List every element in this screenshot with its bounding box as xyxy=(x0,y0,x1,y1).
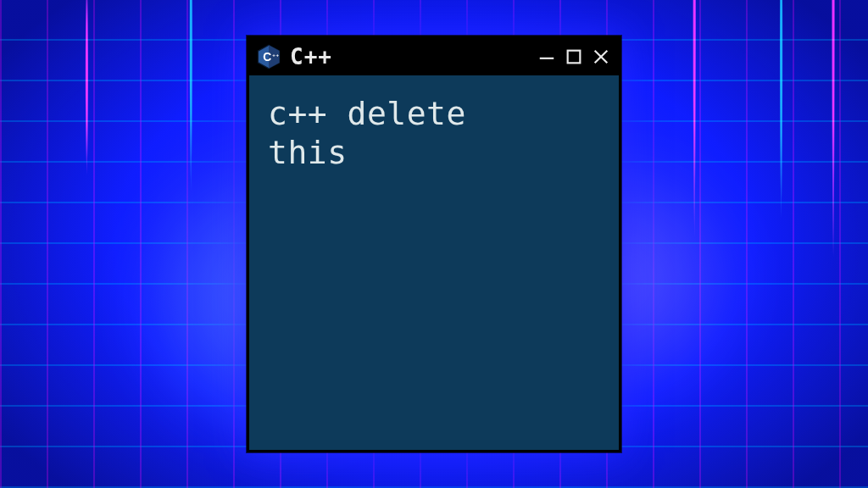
window-controls xyxy=(537,47,614,66)
minimize-icon[interactable] xyxy=(537,47,556,66)
svg-rect-6 xyxy=(568,51,581,64)
maximize-icon[interactable] xyxy=(565,47,583,66)
svg-text:+: + xyxy=(275,53,279,58)
terminal-window: C + + C++ c++ delete this xyxy=(247,36,621,452)
window-title: C++ xyxy=(290,44,332,69)
titlebar[interactable]: C + + C++ xyxy=(249,38,619,75)
svg-text:C: C xyxy=(263,51,271,64)
close-icon[interactable] xyxy=(592,47,610,66)
cpp-hex-icon: C + + xyxy=(256,44,281,69)
svg-text:+: + xyxy=(272,53,275,58)
terminal-content: c++ delete this xyxy=(249,75,619,450)
